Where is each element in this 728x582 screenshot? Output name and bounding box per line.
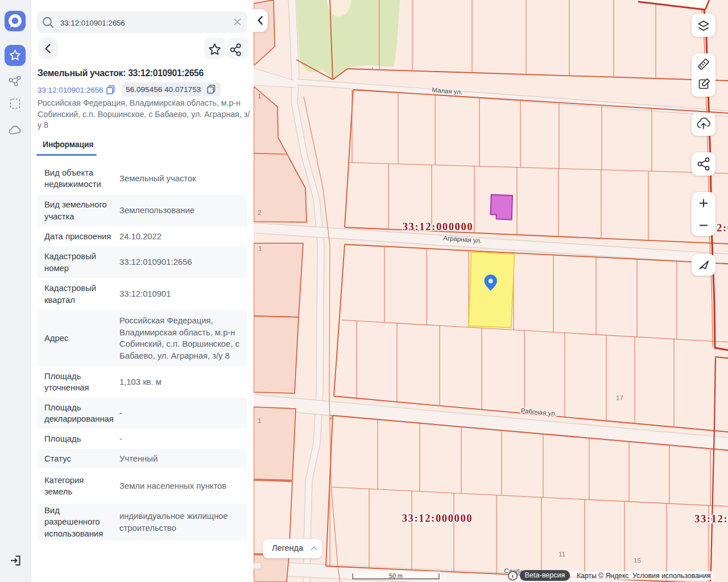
svg-text:17: 17 [616,394,623,401]
svg-text:15: 15 [634,557,641,564]
svg-text:33:12:000000: 33:12:000000 [403,221,474,232]
svg-text:2: 2 [329,414,333,421]
svg-text:1: 1 [258,417,261,424]
svg-text:33:12:000000: 33:12:000000 [402,512,473,524]
svg-text:33:12:0: 33:12:0 [694,513,728,525]
svg-text:2:0: 2:0 [717,222,728,234]
svg-text:11: 11 [559,551,565,558]
svg-text:2: 2 [258,209,261,216]
svg-text:50 m: 50 m [389,572,403,579]
svg-text:1: 1 [258,245,262,252]
svg-text:1: 1 [258,93,261,99]
